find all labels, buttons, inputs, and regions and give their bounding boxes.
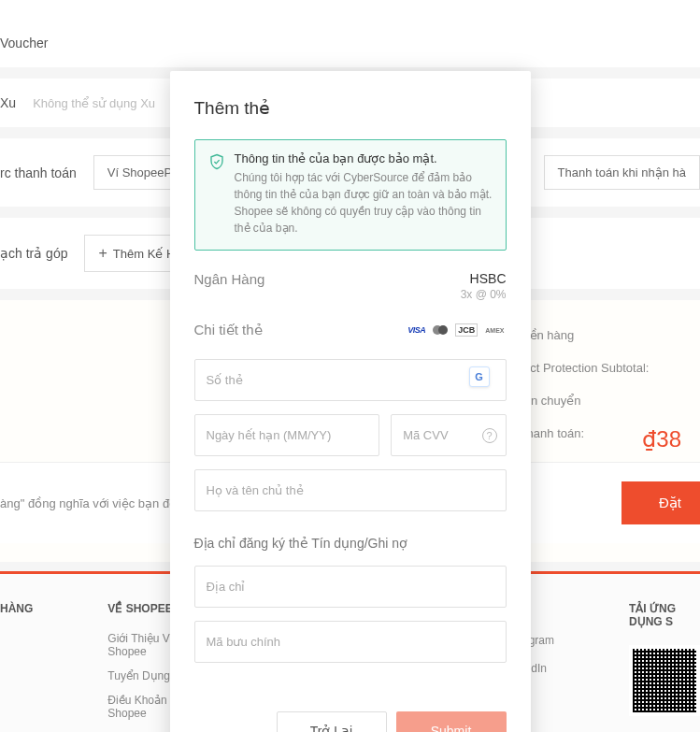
visa-icon: VISA [406,324,427,336]
card-detail-row: Chi tiết thẻ VISA JCB AMEX [194,322,507,338]
card-detail-label: Chi tiết thẻ [194,322,263,338]
jcb-icon: JCB [455,323,478,337]
bank-row: Ngân Hàng HSBC 3x @ 0% [194,271,507,301]
cardholder-name-input[interactable] [194,469,507,511]
bank-name: HSBC [461,271,507,286]
translate-icon[interactable]: G [469,366,490,387]
add-card-modal: Thêm thẻ Thông tin thẻ của bạn được bảo … [170,71,531,732]
submit-button[interactable]: Submit [396,711,507,732]
bank-label: Ngân Hàng [194,271,265,287]
modal-backdrop: Thêm thẻ Thông tin thẻ của bạn được bảo … [0,0,700,732]
amex-icon: AMEX [483,326,506,335]
address-input[interactable] [194,566,507,608]
billing-address-label: Địa chỉ đăng ký thẻ Tín dụng/Ghi nợ [194,536,507,551]
modal-title: Thêm thẻ [194,97,507,119]
expiry-input[interactable] [194,414,380,456]
postal-code-input[interactable] [194,621,507,663]
shield-icon [208,152,225,171]
mastercard-icon [433,324,450,336]
security-notice: Thông tin thẻ của bạn được bảo mật. Chún… [194,139,507,251]
card-number-input[interactable] [194,359,507,401]
bank-installment-info: 3x @ 0% [461,288,507,301]
security-description: Chúng tôi hợp tác với CyberSource để đảm… [235,169,493,237]
cvv-help-icon[interactable]: ? [482,428,497,443]
back-button[interactable]: Trở Lại [277,711,387,732]
security-title: Thông tin thẻ của bạn được bảo mật. [235,151,493,165]
